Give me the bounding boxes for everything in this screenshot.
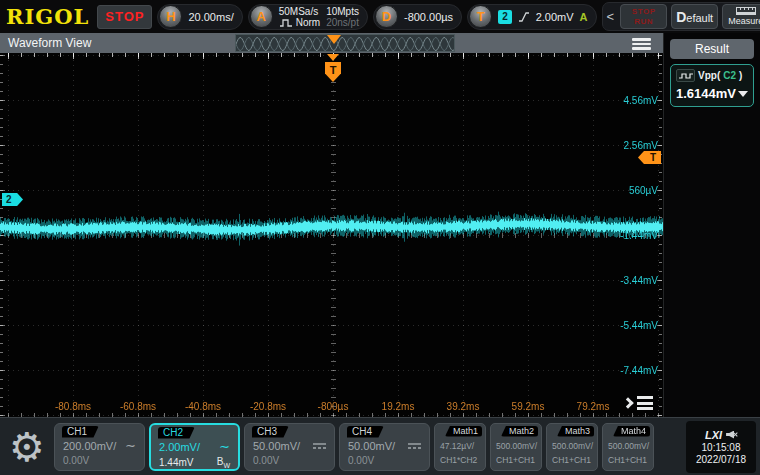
chevron-right-icon — [622, 397, 633, 408]
channel-tab-ch2: CH2 — [158, 427, 195, 439]
math-tab-math1: Math1 — [445, 426, 482, 437]
voltage-label: -5.44mV — [620, 320, 658, 331]
delay-key[interactable]: D — [375, 5, 398, 28]
waveform-canvas[interactable] — [0, 53, 663, 417]
time-label: -80.8ms — [55, 401, 91, 412]
square-wave-icon — [676, 69, 695, 82]
ch4-scale: 50.00mV/ — [348, 440, 395, 452]
default-label: Default — [676, 9, 713, 25]
time-label: -800µs — [318, 401, 349, 412]
dc-coupling-icon — [408, 442, 421, 450]
channel-card-ch4[interactable]: CH4 50.00mV/ 0.00V — [339, 423, 430, 471]
quick-toolbar: < STOP RUN Default Measure Flex Knob > — [602, 2, 760, 31]
horizontal-key[interactable]: H — [159, 5, 182, 28]
run-label: RUN — [634, 17, 653, 26]
memory-position-strip[interactable] — [235, 34, 455, 52]
main-area: Waveform View T 2 T 4.56mV 2.56mV — [0, 33, 760, 417]
sample-rate: 50MSa/s — [279, 6, 318, 17]
voltage-label: -1.44mV — [620, 230, 658, 241]
math4-expression: CH1+CH1 — [608, 455, 648, 465]
result-panel: Result Vpp(C2) 1.6144mV — [663, 33, 760, 417]
trigger-level: 2.00mV — [536, 11, 574, 23]
chevron-down-icon[interactable] — [738, 91, 748, 97]
settings-gear-icon[interactable]: ⚙ — [4, 424, 50, 470]
channel-card-ch1[interactable]: CH1 200.00mV/ ∼ 0.00V — [54, 423, 145, 471]
math1-expression: CH1*CH2 — [440, 455, 480, 465]
delay-settings[interactable]: D -800.00µs — [373, 4, 462, 30]
status-block[interactable]: LXI 10:15:08 2022/07/18 — [686, 421, 756, 473]
rigol-logo: RIGOL — [6, 4, 89, 29]
measure-button[interactable]: Measure — [722, 4, 760, 29]
time-label: 19.2ms — [382, 401, 415, 412]
ch2-scale: 2.00mV/ — [159, 441, 200, 453]
stop-run-button[interactable]: STOP RUN — [620, 4, 667, 29]
memory-position-marker[interactable] — [327, 35, 341, 44]
oscilloscope-ui: RIGOL STOP H 20.00ms/ A 50MSa/s Norm 10M… — [0, 0, 760, 475]
menu-bars-icon — [637, 396, 653, 410]
ac-coupling-icon: ∼ — [125, 442, 136, 450]
ch1-offset: 0.00V — [63, 455, 89, 466]
clock-time: 10:15:08 — [702, 442, 741, 453]
toolbar-prev-arrow[interactable]: < — [605, 9, 617, 24]
ch1-scale: 200.00mV/ — [63, 440, 116, 452]
channel-tab-ch4: CH4 — [347, 426, 384, 438]
memory-depth: 10Mpts — [326, 6, 359, 17]
measure-label: Measure — [728, 16, 760, 26]
horizontal-scale: 20.00ms/ — [188, 11, 233, 23]
math-card-math3[interactable]: Math3 500.00mV/ CH1+CH1 — [546, 423, 598, 471]
math-tab-math3: Math3 — [557, 426, 594, 437]
ch3-scale: 50.00mV/ — [253, 440, 300, 452]
channel-card-ch2[interactable]: CH2 2.00mV/ ∼ 1.44mV BW — [149, 423, 240, 471]
speaker-muted-icon — [726, 430, 737, 440]
time-label: 39.2ms — [447, 401, 480, 412]
trigger-key[interactable]: T — [469, 5, 492, 28]
run-state-indicator[interactable]: STOP — [97, 5, 152, 29]
acquisition-settings[interactable]: A 50MSa/s Norm 10Mpts 20ns/pt — [248, 4, 368, 30]
lxi-label: LXI — [705, 429, 722, 441]
ruler-icon — [736, 7, 756, 15]
waveform-display[interactable]: T 2 T 4.56mV 2.56mV 560µV -1.44mV -3.44m… — [0, 53, 663, 417]
trigger-sweep-mode: A — [580, 11, 588, 23]
ch2-offset: 1.44mV — [159, 457, 193, 468]
acquisition-key[interactable]: A — [250, 5, 273, 28]
ch4-offset: 0.00V — [348, 455, 374, 466]
channel-card-ch3[interactable]: CH3 50.00mV/ 0.00V — [244, 423, 335, 471]
voltage-label: 560µV — [629, 185, 658, 196]
result-header[interactable]: Result — [670, 39, 754, 59]
channel-tab-ch1: CH1 — [62, 426, 99, 438]
trigger-position-caret — [327, 54, 339, 61]
acquisition-mode: Norm — [296, 17, 320, 28]
voltage-label: 4.56mV — [624, 95, 658, 106]
math4-scale: 500.00mV/ — [608, 441, 648, 451]
math2-expression: CH1+CH1 — [496, 455, 536, 465]
trigger-settings[interactable]: T 2 2.00mV A — [467, 4, 596, 30]
horizontal-settings[interactable]: H 20.00ms/ — [157, 4, 242, 30]
measurement-source: C2 — [723, 70, 736, 81]
measurement-label-close: ) — [739, 70, 742, 81]
display-menu-icon[interactable] — [624, 396, 653, 410]
stop-label: STOP — [632, 7, 656, 16]
rising-edge-icon — [518, 11, 530, 23]
delay-value: -800.00µs — [404, 11, 453, 23]
menu-icon[interactable] — [632, 38, 651, 50]
default-button[interactable]: Default — [671, 4, 718, 29]
math-tab-math4: Math4 — [613, 426, 650, 437]
math3-scale: 500.00mV/ — [552, 441, 592, 451]
voltage-label: -3.44mV — [620, 275, 658, 286]
voltage-label: 2.56mV — [624, 140, 658, 151]
waveform-view-titlebar: Waveform View — [0, 33, 663, 53]
math-card-math2[interactable]: Math2 500.00mV/ CH1+CH1 — [490, 423, 542, 471]
math-card-math4[interactable]: Math4 500.00mV/ CH1+CH1 — [602, 423, 654, 471]
bandwidth-limit-badge: BW — [217, 456, 230, 469]
time-label: 79.2ms — [577, 401, 610, 412]
sample-interval: 20ns/pt — [326, 17, 359, 28]
pulse-icon — [279, 18, 293, 27]
ch3-offset: 0.00V — [253, 455, 279, 466]
waveform-view-title: Waveform View — [8, 36, 91, 50]
math-card-math1[interactable]: Math1 47.12µV/ CH1*CH2 — [434, 423, 486, 471]
measurement-card-vpp[interactable]: Vpp(C2) 1.6144mV — [670, 64, 754, 107]
voltage-label: -7.44mV — [620, 365, 658, 376]
math1-scale: 47.12µV/ — [440, 441, 480, 451]
time-label: 59.2ms — [512, 401, 545, 412]
channel-tab-ch3: CH3 — [252, 426, 289, 438]
